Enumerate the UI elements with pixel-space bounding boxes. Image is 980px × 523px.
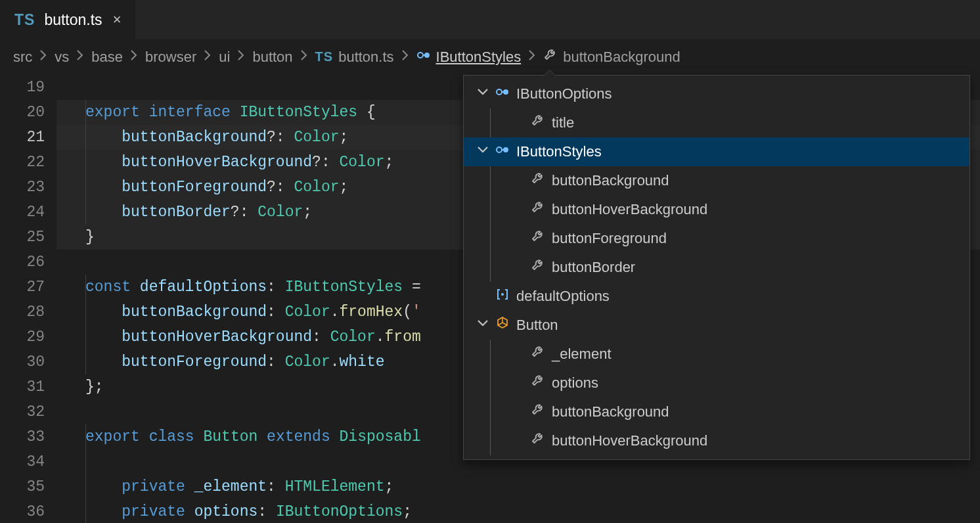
chevron-right-icon xyxy=(297,48,311,66)
chevron-right-icon xyxy=(127,48,141,66)
outline-item-label: buttonForeground xyxy=(552,230,667,247)
line-number: 24 xyxy=(0,200,45,225)
interface-icon xyxy=(416,48,431,66)
line-number: 28 xyxy=(0,300,45,325)
outline-item[interactable]: title xyxy=(464,108,969,137)
property-icon xyxy=(531,258,545,277)
line-number: 20 xyxy=(0,100,45,125)
line-number: 30 xyxy=(0,350,45,375)
breadcrumb-folder[interactable]: button xyxy=(252,49,292,66)
interface-icon xyxy=(495,85,510,103)
line-number: 27 xyxy=(0,275,45,300)
line-number-gutter: 192021222324252627282930313233343536 xyxy=(0,75,56,523)
property-icon xyxy=(531,345,545,363)
outline-item-label: buttonBorder xyxy=(552,259,635,276)
outline-item[interactable]: options xyxy=(464,369,969,398)
line-number: 29 xyxy=(0,325,45,350)
property-icon xyxy=(531,374,545,392)
breadcrumb-symbol[interactable]: buttonBackground xyxy=(543,48,680,66)
outline-item[interactable]: defaultOptions xyxy=(464,282,969,311)
chevron-down-icon[interactable] xyxy=(476,143,489,161)
outline-item-label: _element xyxy=(552,346,612,363)
chevron-down-icon[interactable] xyxy=(476,316,489,334)
editor-tab[interactable]: TS button.ts × xyxy=(0,0,136,39)
line-number: 32 xyxy=(0,399,45,424)
outline-item[interactable]: Button xyxy=(464,311,969,340)
chevron-right-icon xyxy=(234,48,248,66)
tab-bar: TS button.ts × xyxy=(0,0,980,39)
outline-item-label: buttonBackground xyxy=(552,403,669,421)
breadcrumb-folder[interactable]: browser xyxy=(145,49,196,66)
outline-item-label: defaultOptions xyxy=(516,288,610,305)
outline-item[interactable]: buttonHoverBackground xyxy=(464,195,969,224)
property-icon xyxy=(531,403,545,421)
chevron-right-icon xyxy=(525,48,539,66)
property-icon xyxy=(531,229,545,248)
breadcrumb-file[interactable]: TS button.ts xyxy=(315,49,394,66)
chevron-right-icon xyxy=(36,48,51,66)
tab-filename: button.ts xyxy=(44,11,102,29)
outline-item-label: buttonHoverBackground xyxy=(552,432,707,449)
interface-icon xyxy=(495,143,510,161)
breadcrumb: srcvsbasebrowseruibutton TS button.ts IB… xyxy=(0,39,980,75)
line-number: 25 xyxy=(0,225,45,250)
breadcrumb-folder[interactable]: src xyxy=(13,49,32,66)
outline-item[interactable]: buttonForeground xyxy=(464,224,969,253)
chevron-right-icon xyxy=(398,48,412,66)
outline-item[interactable]: buttonBackground xyxy=(464,166,969,195)
line-number: 21 xyxy=(0,125,45,150)
breadcrumb-outline-dropdown[interactable]: IButtonOptions title IButtonStyles xyxy=(463,75,970,460)
property-icon xyxy=(531,432,545,450)
close-icon[interactable]: × xyxy=(112,11,123,28)
line-number: 31 xyxy=(0,375,45,399)
line-number: 33 xyxy=(0,424,45,449)
outline-item-label: options xyxy=(552,375,598,392)
code-line[interactable]: private _element: HTMLElement; xyxy=(56,474,980,499)
line-number: 22 xyxy=(0,150,45,175)
line-number: 34 xyxy=(0,449,45,474)
breadcrumb-symbol-label: buttonBackground xyxy=(563,49,680,66)
outline-item-label: buttonBackground xyxy=(552,172,669,189)
chevron-down-icon[interactable] xyxy=(476,85,489,103)
outline-item-label: title xyxy=(552,114,574,131)
constant-icon xyxy=(495,287,510,306)
outline-item-label: Button xyxy=(516,317,558,334)
outline-item[interactable]: IButtonOptions xyxy=(464,80,969,108)
line-number: 23 xyxy=(0,175,45,200)
breadcrumb-folder[interactable]: base xyxy=(91,49,123,66)
breadcrumb-folder[interactable]: vs xyxy=(55,49,69,66)
outline-item[interactable]: buttonBorder xyxy=(464,253,969,282)
breadcrumb-folder[interactable]: ui xyxy=(219,49,230,66)
line-number: 26 xyxy=(0,250,45,275)
property-icon xyxy=(531,200,545,219)
outline-item-label: IButtonOptions xyxy=(516,85,612,102)
chevron-right-icon xyxy=(73,48,87,66)
breadcrumb-symbol-label: IButtonStyles xyxy=(436,49,522,66)
class-icon xyxy=(495,316,510,334)
outline-item-label: IButtonStyles xyxy=(516,143,602,160)
breadcrumb-file-label: button.ts xyxy=(338,49,393,66)
outline-item-label: buttonHoverBackground xyxy=(552,201,707,218)
line-number: 35 xyxy=(0,474,45,499)
property-icon xyxy=(543,48,558,66)
outline-item[interactable]: buttonBackground xyxy=(464,398,969,426)
property-icon xyxy=(531,171,545,190)
outline-item[interactable]: _element xyxy=(464,340,969,369)
outline-item[interactable]: buttonHoverBackground xyxy=(464,426,969,455)
property-icon xyxy=(531,114,545,132)
line-number: 36 xyxy=(0,499,45,523)
code-line[interactable]: private options: IButtonOptions; xyxy=(56,499,980,523)
typescript-icon: TS xyxy=(14,11,35,29)
typescript-icon: TS xyxy=(315,49,334,64)
chevron-right-icon xyxy=(200,48,215,66)
line-number: 19 xyxy=(0,75,45,100)
breadcrumb-symbol[interactable]: IButtonStyles xyxy=(416,48,522,66)
outline-item[interactable]: IButtonStyles xyxy=(464,137,969,166)
